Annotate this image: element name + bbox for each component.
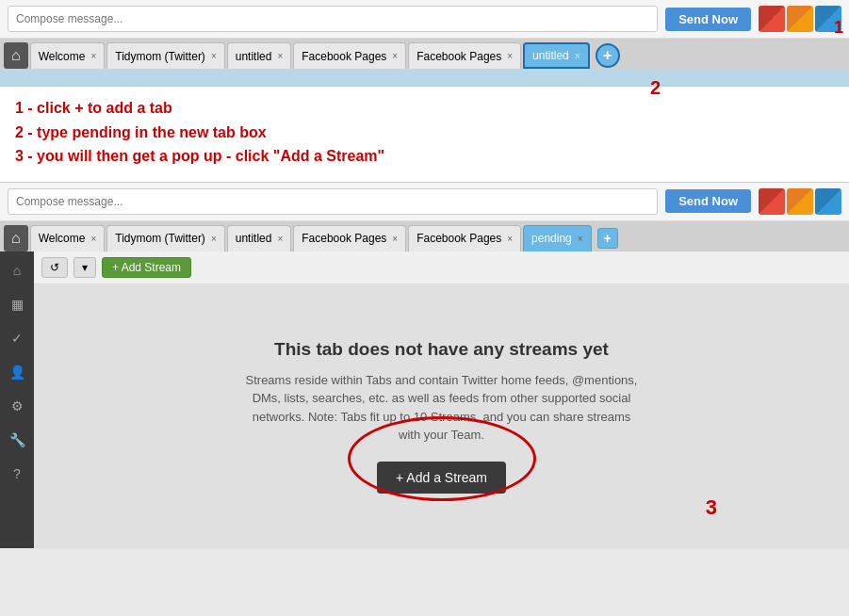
instruction-2: 2 - type pending in the new tab box — [15, 121, 834, 145]
bottom-avatar-2 — [787, 188, 813, 215]
tab-welcome[interactable]: Welcome × — [30, 42, 106, 69]
sidebar-check-icon[interactable]: ✓ — [4, 325, 30, 351]
bottom-compose-bar: Send Now — [0, 183, 849, 221]
bottom-tab-pending-close[interactable]: × — [578, 234, 583, 244]
bottom-send-now-button[interactable]: Send Now — [665, 189, 751, 213]
stream-area: This tab does not have any streams yet S… — [34, 284, 849, 548]
tab-facebook-1-label: Facebook Pages — [302, 50, 386, 63]
tab-untitled-2-close[interactable]: × — [575, 51, 580, 61]
top-compose-input[interactable] — [8, 6, 658, 32]
bottom-tab-pending-label: pending — [531, 232, 572, 245]
bottom-avatar-group — [759, 188, 841, 215]
bottom-tab-fb2-label: Facebook Pages — [416, 232, 501, 245]
tab-facebook-2-label: Facebook Pages — [416, 50, 501, 63]
content-area: ↺ ▾ + Add Stream This tab does not have … — [34, 251, 849, 548]
tab-tidymom-close[interactable]: × — [211, 51, 217, 61]
bottom-tab-tidymom-close[interactable]: × — [211, 234, 217, 244]
tab-facebook-2-close[interactable]: × — [507, 51, 513, 61]
home-icon: ⌂ — [11, 47, 21, 64]
bottom-tab-untitled[interactable]: untitled × — [227, 225, 292, 251]
sidebar-wrench-icon[interactable]: 🔧 — [4, 427, 30, 453]
tab-untitled-2[interactable]: untitled × — [523, 42, 590, 69]
tab-facebook-1-close[interactable]: × — [392, 51, 398, 61]
bottom-screenshot: Send Now ⌂ Welcome × Tidymom (Twitter) ×… — [0, 183, 849, 548]
avatar-2 — [787, 6, 813, 32]
stream-empty-title: This tab does not have any streams yet — [244, 339, 640, 360]
add-tab-button[interactable]: + — [596, 43, 620, 68]
bottom-home-icon: ⌂ — [11, 230, 21, 247]
tab-tidymom[interactable]: Tidymom (Twitter) × — [106, 42, 224, 69]
bottom-home-tab[interactable]: ⌂ — [4, 225, 28, 251]
top-compose-bar: Send Now — [0, 0, 849, 39]
bottom-tabs-bar: ⌂ Welcome × Tidymom (Twitter) × untitled… — [0, 221, 849, 251]
stream-toolbar: ↺ ▾ + Add Stream — [34, 251, 849, 284]
stream-empty-desc: Streams reside within Tabs and contain T… — [244, 371, 640, 445]
bottom-tab-untitled-label: untitled — [236, 232, 272, 245]
tab-welcome-close[interactable]: × — [90, 51, 96, 61]
sidebar-help-icon[interactable]: ? — [4, 461, 30, 487]
bottom-compose-input[interactable] — [8, 188, 658, 215]
instruction-3: 3 - you will then get a pop up - click "… — [15, 144, 834, 169]
dropdown-button[interactable]: ▾ — [73, 257, 96, 278]
annotation-2: 2 — [650, 77, 661, 99]
top-screenshot: Send Now ⌂ Welcome × Tidymom (Twitter) ×… — [0, 0, 849, 87]
bottom-avatar-1 — [759, 188, 785, 215]
bottom-add-tab-button[interactable]: + — [597, 228, 618, 249]
refresh-button[interactable]: ↺ — [41, 257, 68, 278]
bottom-tab-tidymom[interactable]: Tidymom (Twitter) × — [106, 225, 224, 251]
top-tabs-bar: ⌂ Welcome × Tidymom (Twitter) × untitled… — [0, 39, 849, 69]
top-avatar-group — [759, 6, 841, 32]
annotation-1: 1 — [834, 18, 843, 38]
sidebar: ⌂ ▦ ✓ 👤 ⚙ 🔧 ? — [0, 251, 34, 548]
bottom-tab-fb1-label: Facebook Pages — [302, 232, 386, 245]
bottom-tab-fb1-close[interactable]: × — [392, 234, 398, 244]
bottom-tab-welcome[interactable]: Welcome × — [30, 225, 106, 251]
stream-empty-box: This tab does not have any streams yet S… — [244, 339, 640, 494]
bottom-tab-untitled-close[interactable]: × — [277, 234, 283, 244]
sidebar-chart-icon[interactable]: ▦ — [4, 291, 30, 317]
sidebar-person-icon[interactable]: 👤 — [4, 359, 30, 385]
tab-untitled-1-close[interactable]: × — [277, 51, 283, 61]
annotation-3: 3 — [706, 495, 717, 520]
add-stream-button[interactable]: + Add a Stream — [377, 462, 506, 494]
main-layout: ⌂ ▦ ✓ 👤 ⚙ 🔧 ? ↺ ▾ + Add Stream This tab … — [0, 251, 849, 548]
tab-untitled-1-label: untitled — [236, 50, 272, 63]
tab-tidymom-label: Tidymom (Twitter) — [115, 50, 205, 63]
tab-facebook-2[interactable]: Facebook Pages × — [408, 42, 521, 69]
tab-untitled-2-label: untitled — [532, 49, 569, 62]
instructions-section: 1 - click + to add a tab 2 - type pendin… — [0, 87, 849, 183]
add-stream-toolbar-button[interactable]: + Add Stream — [102, 257, 191, 278]
sidebar-gear-icon[interactable]: ⚙ — [4, 393, 30, 419]
top-home-tab[interactable]: ⌂ — [4, 42, 28, 69]
avatar-1 — [759, 6, 785, 32]
tab-welcome-label: Welcome — [39, 50, 86, 63]
bottom-tab-welcome-close[interactable]: × — [90, 234, 96, 244]
sub-tabs-strip — [0, 69, 849, 86]
bottom-tab-fb2[interactable]: Facebook Pages × — [408, 225, 521, 251]
bottom-tab-fb2-close[interactable]: × — [507, 234, 513, 244]
bottom-tab-welcome-label: Welcome — [39, 232, 86, 245]
top-send-now-button[interactable]: Send Now — [665, 8, 751, 31]
instruction-1: 1 - click + to add a tab — [15, 96, 834, 121]
tab-untitled-1[interactable]: untitled × — [227, 42, 292, 69]
tab-facebook-1[interactable]: Facebook Pages × — [293, 42, 406, 69]
bottom-avatar-3 — [815, 188, 841, 215]
bottom-tab-pending[interactable]: pending × — [523, 225, 592, 251]
sidebar-home-icon[interactable]: ⌂ — [4, 257, 30, 284]
bottom-tab-tidymom-label: Tidymom (Twitter) — [115, 232, 205, 245]
bottom-tab-fb1[interactable]: Facebook Pages × — [293, 225, 406, 251]
